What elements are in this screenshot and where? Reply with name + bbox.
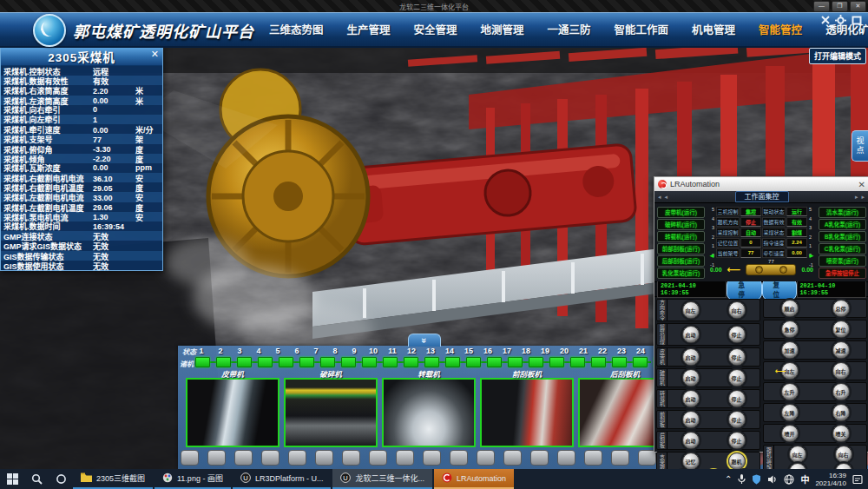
wrench-icon[interactable] <box>819 15 832 26</box>
nav-item-3[interactable]: 安全管理 <box>414 21 457 37</box>
round-button-急停[interactable]: 急停 <box>781 320 799 338</box>
ime-indicator[interactable]: 中 <box>800 472 809 486</box>
equipment-status-button[interactable]: 前部刮板(运行) <box>657 243 705 254</box>
gear-icon[interactable] <box>834 15 847 26</box>
dock-thumb[interactable] <box>611 450 629 466</box>
nav-item-1[interactable]: 三维态势图 <box>269 21 324 37</box>
dock-thumb[interactable] <box>557 450 575 466</box>
search-icon[interactable] <box>24 469 49 489</box>
round-button-启动[interactable]: 启动 <box>682 326 700 343</box>
round-button-左升[interactable]: 左升 <box>781 383 799 400</box>
dock-thumb[interactable] <box>207 450 226 466</box>
round-button-总停[interactable]: 总停 <box>832 300 850 317</box>
round-button-向左[interactable]: 向左 <box>682 301 700 319</box>
equipment-status-button[interactable]: 转载机(运行) <box>657 231 705 242</box>
dock-thumb[interactable] <box>530 450 549 466</box>
round-button-启动[interactable]: 启动 <box>682 348 700 366</box>
taskbar-task-2[interactable]: 11.png - 画图 <box>155 469 231 489</box>
round-button-向右[interactable]: 向右 <box>728 301 746 319</box>
dock-thumb[interactable] <box>369 450 387 466</box>
round-button-向右[interactable]: 向右 <box>835 446 852 463</box>
nav-item-8[interactable]: 智能管控 <box>759 21 802 37</box>
dock-thumb[interactable] <box>315 450 333 466</box>
round-button-右降[interactable]: 右降 <box>832 404 850 421</box>
taskbar-task-1[interactable]: 2305三维截图 <box>73 469 153 489</box>
equipment-status-button[interactable]: A乳化泵(运行) <box>819 219 866 230</box>
round-button-喷关[interactable]: 喷关 <box>832 425 850 442</box>
resize-icon[interactable] <box>850 15 863 26</box>
round-button-启动[interactable]: 启动 <box>682 369 700 387</box>
dock-thumb[interactable] <box>477 450 495 466</box>
taskbar-clock[interactable]: 16:39 2021/4/10 <box>815 472 846 487</box>
round-button-记忆[interactable]: 记忆 <box>682 453 700 470</box>
taskbar-task-5[interactable]: LRAutomation <box>434 469 514 489</box>
camera-thumbnail[interactable] <box>382 378 476 447</box>
cortana-icon[interactable] <box>49 469 73 489</box>
dock-thumb[interactable] <box>503 450 522 466</box>
round-button-右升[interactable]: 右升 <box>832 383 850 400</box>
notification-icon[interactable] <box>852 474 863 485</box>
dock-thumb[interactable] <box>261 450 279 466</box>
round-button-顺启[interactable]: 顺启 <box>781 300 799 317</box>
taskbar-task-4[interactable]: U龙软二三维一体化... <box>332 469 432 489</box>
close-button[interactable]: ✕ <box>850 1 866 12</box>
round-button-启动[interactable]: 启动 <box>682 390 700 407</box>
round-button-停止[interactable]: 停止 <box>728 326 746 343</box>
equipment-status-button[interactable]: 皮带机(运行) <box>657 207 705 218</box>
equipment-status-button[interactable]: 破碎机(运行) <box>657 219 705 230</box>
shield-icon[interactable] <box>752 474 761 485</box>
start-button[interactable] <box>0 469 24 489</box>
viewpoint-tab[interactable]: 视点 <box>852 130 868 162</box>
window-titlebar[interactable]: 龙软二三维一体化平台 — ❐ ✕ <box>0 0 868 12</box>
open-edit-mode-button[interactable]: 打开编辑模式 <box>809 48 866 64</box>
round-button-停止[interactable]: 停止 <box>728 411 746 428</box>
camera-thumbnail[interactable] <box>480 378 574 447</box>
equipment-status-button[interactable]: 清水泵(运行) <box>819 207 866 218</box>
nav-left-arrows-icon[interactable]: ◂ ◂ <box>658 194 668 201</box>
dock-thumb[interactable] <box>584 450 602 466</box>
round-button-喷开[interactable]: 喷开 <box>781 425 799 442</box>
network-icon[interactable] <box>784 474 794 485</box>
nav-right-arrows-icon[interactable]: ▸ ▸ <box>855 194 865 201</box>
camera-thumbnail[interactable] <box>186 378 279 447</box>
lr-titlebar[interactable]: LRAutomation ✕ <box>654 177 868 191</box>
taskbar-task-3[interactable]: ULR3DPlatform - U... <box>233 469 332 489</box>
dock-thumb[interactable] <box>234 450 253 466</box>
round-button-停止[interactable]: 停止 <box>728 432 746 449</box>
round-button-左降[interactable]: 左降 <box>781 404 799 421</box>
round-button-复位[interactable]: 复位 <box>832 320 850 338</box>
round-button-跟机[interactable]: 跟机 <box>728 453 746 470</box>
nav-item-5[interactable]: 一通三防 <box>548 21 591 37</box>
lr-tab-workface-control[interactable]: 工作面集控 <box>735 191 789 202</box>
maximize-button[interactable]: ❐ <box>832 1 848 12</box>
nav-item-2[interactable]: 生产管理 <box>347 21 391 37</box>
round-button-向右[interactable]: 向右 <box>832 362 850 380</box>
nav-item-4[interactable]: 地测管理 <box>481 21 524 37</box>
dock-thumb[interactable] <box>396 450 414 466</box>
nav-item-6[interactable]: 智能工作面 <box>615 21 669 37</box>
dock-thumb[interactable] <box>423 450 441 466</box>
dock-thumb[interactable] <box>342 450 360 466</box>
volume-icon[interactable] <box>767 474 778 485</box>
minimize-button[interactable]: — <box>813 1 830 12</box>
round-button-停止[interactable]: 停止 <box>728 348 746 366</box>
dock-thumb[interactable] <box>288 450 306 466</box>
round-button-启动[interactable]: 启动 <box>682 432 700 449</box>
nav-item-7[interactable]: 机电管理 <box>692 21 735 37</box>
camera-thumbnail[interactable] <box>284 378 378 447</box>
round-button-停止[interactable]: 停止 <box>728 369 746 387</box>
dock-thumb[interactable] <box>181 450 199 466</box>
round-button-停止[interactable]: 停止 <box>728 390 746 407</box>
equipment-status-button[interactable]: B乳化泵(运行) <box>819 231 866 242</box>
chevron-up-icon[interactable]: ⌃ <box>725 474 732 484</box>
equipment-status-button[interactable]: C乳化泵(运行) <box>819 243 866 254</box>
round-button-减速[interactable]: 减速 <box>832 341 850 359</box>
lr-close-icon[interactable]: ✕ <box>858 180 865 189</box>
panel-close-icon[interactable]: ✕ <box>151 49 159 60</box>
mic-icon[interactable] <box>738 474 746 485</box>
round-button-加速[interactable]: 加速 <box>781 341 799 359</box>
strip-collapse-chevron-icon[interactable]: » <box>408 334 441 347</box>
dock-thumb[interactable] <box>450 450 468 466</box>
round-button-启动[interactable]: 启动 <box>682 411 700 428</box>
round-button-向左[interactable]: 向左 <box>789 446 806 463</box>
